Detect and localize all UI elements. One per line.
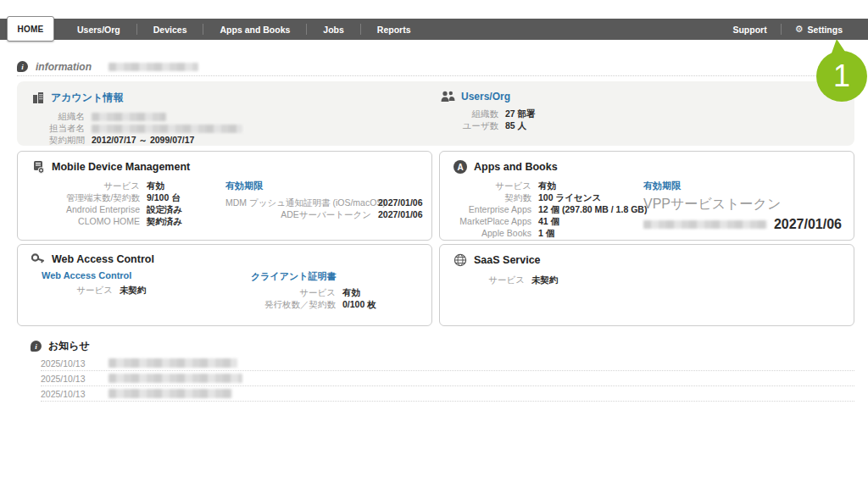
nav-tabs: Users/Org Devices Apps and Books Jobs Re…: [61, 19, 427, 40]
mdm-device-count-value: 9/100 台: [140, 191, 181, 203]
apps-service-value: 有効: [531, 180, 556, 191]
mdm-card: Mobile Device Management サービス 有効 管理端末数/契…: [17, 151, 432, 241]
account-summary-panel: アカウント情報 組織名 担当者名 契約期間 2012/07/17 ～ 2099/…: [17, 81, 854, 146]
redacted-notice-text: [108, 358, 237, 368]
org-name-label: 組織名: [32, 110, 85, 122]
redacted-notice-text: [108, 374, 242, 383]
notice-date: 2025/10/13: [41, 358, 93, 369]
gear-icon: ⚙: [795, 24, 804, 35]
mdm-service-label: サービス: [31, 180, 140, 191]
mdm-service-value: 有効: [140, 180, 164, 191]
saas-card-title: SaaS Service: [474, 254, 541, 266]
ade-token-expiry: 2027/01/06: [371, 208, 423, 220]
notice-row[interactable]: 2025/10/13: [41, 371, 854, 386]
mdm-push-cert-label: MDM プッシュ通知証明書 (iOS/macOS): [225, 197, 371, 208]
apps-expiry-block: 有効期限 VPPサービストークン 2027/01/06: [643, 180, 842, 232]
apps-license-value: 100 ライセンス: [531, 191, 601, 203]
mdm-android-enterprise-value: 設定済み: [140, 203, 182, 215]
notice-row[interactable]: 2025/10/13: [41, 386, 854, 402]
mdm-clomo-home-value: 契約済み: [140, 215, 182, 227]
tab-reports[interactable]: Reports: [361, 19, 427, 40]
notices-table: 2025/10/13 2025/10/13 2025/10/13: [41, 356, 854, 402]
key-icon: [31, 253, 45, 265]
vpp-token-expiry: 2027/01/06: [767, 217, 842, 232]
mdm-android-enterprise-label: Android Enterprise: [31, 203, 140, 215]
annotation-badge-1: 1: [810, 37, 868, 105]
wac-card-title: Web Access Control: [52, 253, 154, 265]
users-org-section: Users/Org 組織数 27 部署 ユーザ数 85 人: [441, 91, 536, 131]
tab-users-org[interactable]: Users/Org: [61, 19, 136, 40]
client-cert-link[interactable]: クライアント証明書: [251, 270, 376, 283]
saas-service-value: 未契約: [525, 274, 559, 286]
apps-books-card-title: Apps and Books: [474, 161, 558, 173]
settings-label: Settings: [808, 25, 843, 35]
globe-icon: [453, 253, 467, 267]
mdm-expiry-block: 有効期限 MDM プッシュ通知証明書 (iOS/macOS) 2027/01/0…: [225, 180, 423, 220]
mdm-device-count-label: 管理端末数/契約数: [31, 191, 140, 203]
apple-books-label: Apple Books: [453, 227, 531, 239]
apps-license-label: 契約数: [453, 191, 531, 203]
wac-service-label: サービス: [42, 284, 113, 296]
info-icon: i: [17, 61, 28, 72]
top-navigation-bar: Users/Org Devices Apps and Books Jobs Re…: [0, 19, 868, 40]
apps-service-label: サービス: [453, 180, 531, 191]
apps-books-card: A Apps and Books サービス 有効 契約数 100 ライセンス E…: [439, 151, 854, 241]
notice-date: 2025/10/13: [41, 374, 93, 384]
org-count-label: 組織数: [441, 108, 498, 119]
client-cert-block: クライアント証明書 サービス 有効 発行枚数／契約数 0/100 枚: [251, 270, 376, 310]
mdm-device-icon: [31, 160, 45, 174]
wac-service-value: 未契約: [113, 284, 147, 296]
org-count-value: 27 部署: [498, 108, 536, 119]
account-info-section: アカウント情報 組織名 担当者名 契約期間 2012/07/17 ～ 2099/…: [32, 91, 242, 146]
notice-info-icon: i: [31, 341, 42, 352]
users-org-title[interactable]: Users/Org: [461, 91, 510, 103]
cert-service-value: 有効: [336, 286, 360, 298]
mdm-push-cert-expiry: 2027/01/06: [371, 197, 423, 208]
information-label: information: [36, 61, 92, 73]
account-info-title[interactable]: アカウント情報: [51, 91, 123, 105]
enterprise-apps-label: Enterprise Apps: [453, 203, 531, 215]
redacted-notice-text: [108, 389, 232, 398]
cert-service-label: サービス: [251, 286, 336, 298]
mdm-card-title: Mobile Device Management: [52, 161, 190, 173]
redacted-contact-name: [92, 125, 242, 133]
contract-period-label: 契約期間: [32, 134, 85, 146]
user-count-value: 85 人: [498, 119, 526, 131]
svg-text:1: 1: [833, 58, 850, 93]
mdm-status-list: サービス 有効 管理端末数/契約数 9/100 台 Android Enterp…: [31, 180, 182, 227]
information-bar: i information: [17, 58, 854, 76]
marketplace-apps-label: MarketPlace Apps: [453, 215, 531, 227]
support-link[interactable]: Support: [719, 19, 780, 40]
tab-devices[interactable]: Devices: [137, 19, 203, 40]
notices-header: i お知らせ: [31, 339, 90, 353]
contract-period-value: 2012/07/17 ～ 2099/07/17: [85, 134, 194, 146]
enterprise-apps-value: 12 個 (297.80 MB / 1.8 GB): [531, 203, 647, 215]
tab-home-active[interactable]: HOME: [7, 16, 54, 42]
redacted-vpp-token: [643, 220, 767, 229]
saas-service-card: SaaS Service サービス 未契約: [439, 244, 854, 326]
tab-apps-and-books[interactable]: Apps and Books: [203, 19, 306, 40]
saas-status-list: サービス 未契約: [453, 274, 559, 286]
redacted-information-text: [108, 63, 198, 71]
apps-expiry-link[interactable]: 有効期限: [643, 180, 842, 192]
web-access-control-card: Web Access Control Web Access Control サー…: [17, 244, 432, 326]
mdm-clomo-home-label: CLOMO HOME: [31, 215, 140, 227]
cert-count-label: 発行枚数／契約数: [251, 298, 336, 310]
mdm-expiry-link[interactable]: 有効期限: [225, 180, 423, 192]
wac-left-block: Web Access Control サービス 未契約: [42, 270, 147, 296]
notices-title: お知らせ: [48, 339, 90, 353]
tab-jobs[interactable]: Jobs: [307, 19, 360, 40]
apps-status-list: サービス 有効 契約数 100 ライセンス Enterprise Apps 12…: [453, 180, 647, 239]
users-icon: [441, 91, 455, 103]
notice-row[interactable]: 2025/10/13: [41, 356, 854, 371]
saas-service-label: サービス: [453, 274, 525, 286]
building-icon: [32, 92, 45, 104]
apple-books-value: 1 個: [531, 227, 554, 239]
app-store-icon: A: [453, 160, 467, 174]
ade-token-label: ADEサーバートークン: [225, 208, 371, 220]
wac-link[interactable]: Web Access Control: [42, 270, 147, 280]
notice-date: 2025/10/13: [41, 389, 93, 399]
marketplace-apps-value: 41 個: [531, 215, 559, 227]
user-count-label: ユーザ数: [441, 119, 498, 131]
cert-count-value: 0/100 枚: [336, 298, 376, 310]
